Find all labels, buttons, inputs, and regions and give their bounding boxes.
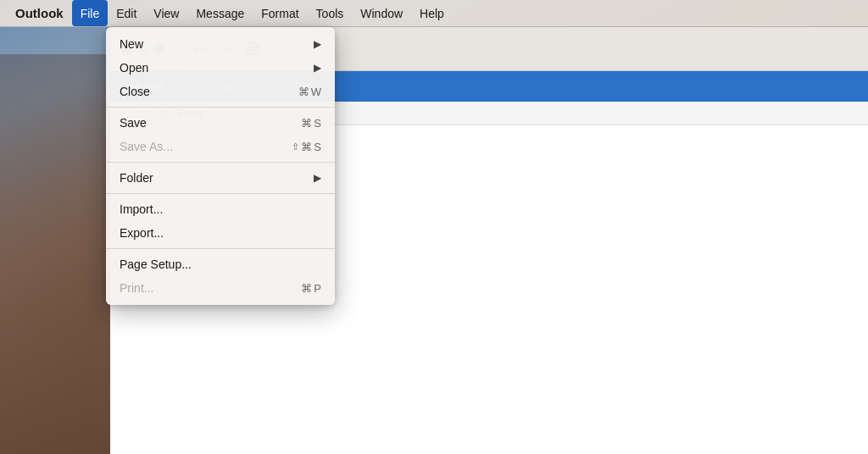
save-as-shortcut: ⇧⌘S (292, 141, 321, 153)
close-label: Close (120, 85, 150, 98)
folder-label: Folder (120, 171, 153, 185)
menu-item-import[interactable]: Import... (106, 197, 335, 221)
separator-4 (106, 248, 335, 249)
file-menu: New ▶ Open ▶ Close ⌘W Save ⌘S Save As...… (106, 27, 335, 305)
menu-item-export[interactable]: Export... (106, 221, 335, 245)
save-as-label: Save As... (120, 140, 173, 153)
menu-item-page-setup[interactable]: Page Setup... (106, 252, 335, 276)
export-label: Export... (120, 226, 164, 240)
import-label: Import... (120, 202, 163, 216)
print-shortcut: ⌘P (301, 282, 321, 295)
page-setup-label: Page Setup... (120, 257, 192, 271)
menu-item-save-as: Save As... ⇧⌘S (106, 135, 335, 158)
menu-item-close[interactable]: Close ⌘W (106, 80, 335, 103)
menu-item-folder[interactable]: Folder ▶ (106, 166, 335, 190)
separator-2 (106, 162, 335, 163)
print-label: Print... (120, 281, 153, 295)
menu-item-save[interactable]: Save ⌘S (106, 111, 335, 135)
separator-1 (106, 107, 335, 108)
menu-item-print: Print... ⌘P (106, 276, 335, 300)
menu-item-new[interactable]: New ▶ (106, 32, 335, 56)
new-label: New (120, 37, 143, 51)
save-label: Save (120, 116, 147, 130)
close-shortcut: ⌘W (298, 86, 321, 98)
open-label: Open (120, 61, 148, 75)
folder-arrow: ▶ (314, 172, 321, 184)
separator-3 (106, 193, 335, 194)
menu-item-open[interactable]: Open ▶ (106, 56, 335, 80)
save-shortcut: ⌘S (301, 117, 321, 130)
open-arrow: ▶ (314, 62, 321, 74)
new-arrow: ▶ (314, 38, 321, 50)
dropdown-overlay[interactable]: New ▶ Open ▶ Close ⌘W Save ⌘S Save As...… (0, 0, 868, 454)
